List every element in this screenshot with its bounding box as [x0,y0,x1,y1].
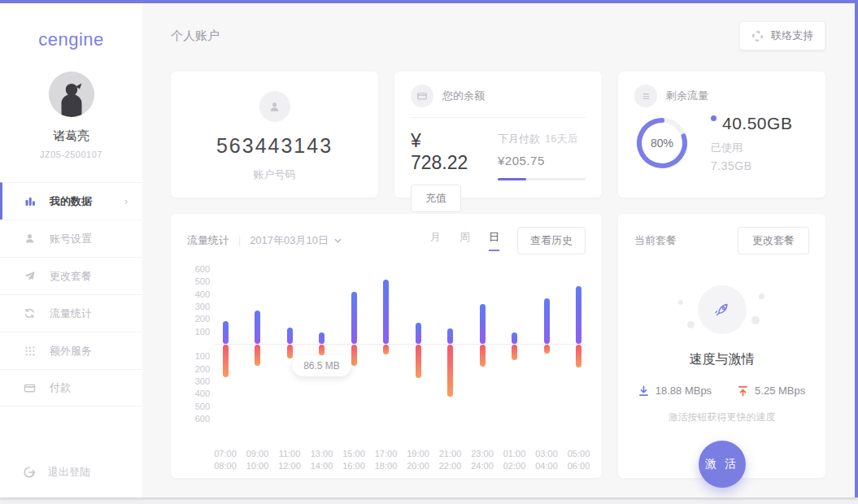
bar-down[interactable] [223,345,229,377]
bar-up[interactable] [223,321,229,344]
sidebar-item-流量统计[interactable]: 流量统计 [0,294,142,332]
bar-down[interactable] [512,345,517,360]
vertical-separator: | [238,235,241,246]
viewport: cengine 诸葛亮 JZ05-2500107 我的数据›账号设置更改套餐流量… [0,0,858,504]
data-remaining-card: 剩余流量 80% 40.5 [618,72,825,198]
plan-illustration [698,285,747,334]
support-label: 联络支持 [771,28,813,43]
app-window: cengine 诸葛亮 JZ05-2500107 我的数据›账号设置更改套餐流量… [0,0,858,497]
deco-dot [759,293,764,299]
bar-chart-plot: 60050040030020010010020030040050060086.5… [187,269,586,433]
view-history-button[interactable]: 查看历史 [517,227,586,254]
support-button[interactable]: 联络支持 [739,21,825,50]
bar-up[interactable] [416,323,421,344]
sidebar-item-label: 额外服务 [50,344,92,358]
x-axis-label: 23:00 24:00 [471,448,494,472]
recharge-button[interactable]: 充值 [411,185,461,212]
x-axis-label: 05:00 06:00 [568,448,590,472]
date-picker[interactable]: 2017年03月10日 [250,233,342,248]
chevron-down-icon [334,238,342,243]
next-payment-due: 16天后 [545,133,577,145]
person-photo-silhouette [49,72,94,117]
bar-up[interactable] [351,292,357,344]
x-axis-label: 17:00 18:00 [375,448,398,472]
deco-dot [687,321,695,328]
bar-up[interactable] [287,328,293,344]
bar-up[interactable] [480,304,486,344]
bar-down[interactable] [480,345,486,367]
y-tick-label: 600 [187,414,210,424]
chart-title: 流量统计 [187,233,229,248]
bar-down[interactable] [447,345,453,397]
upload-icon [738,385,748,397]
tab-日[interactable]: 日 [489,230,499,251]
account-number: 563443143 [216,134,333,158]
bar-up[interactable] [544,298,550,344]
plan-hint: 激活按钮获得更快的速度 [669,411,776,424]
bar-up[interactable] [576,286,581,344]
divider [411,117,586,118]
brand-logo: cengine [0,29,142,50]
y-tick-label: 100 [187,351,210,361]
balance-title: 您的余额 [442,89,485,103]
bar-up[interactable] [447,328,453,344]
balance-card-header: 您的余额 [411,85,586,107]
logout-button[interactable]: 退出登陆 [23,465,90,480]
bar-down[interactable] [319,345,324,355]
bar-down[interactable] [351,345,357,366]
rocket-icon [698,285,747,334]
data-remaining-value: 40.50GB [722,114,792,133]
sidebar-item-label: 我的数据 [50,194,92,209]
sidebar-item-更改套餐[interactable]: 更改套餐 [0,257,142,294]
download-value: 18.88 MBps [655,385,712,397]
sidebar-item-付款[interactable]: 付款 [0,369,142,406]
upload-speed: 5.25 MBps [738,385,805,397]
x-axis-label: 19:00 20:00 [407,448,429,472]
bar-down[interactable] [416,345,421,378]
deco-dot [751,316,760,324]
chart-tooltip: 86.5 MB [292,355,351,376]
x-axis-label: 11:00 12:00 [278,448,301,472]
tab-月[interactable]: 月 [430,230,441,251]
credit-card-icon [23,381,37,395]
avatar [49,72,94,117]
sidebar-item-额外服务[interactable]: 额外服务 [0,332,142,369]
bar-up[interactable] [255,311,260,344]
bar-down[interactable] [544,345,550,354]
bar-up[interactable] [383,280,389,344]
plan-body: 速度与激情 18.88 MBps [634,264,809,488]
bar-up[interactable] [319,332,324,344]
date-value: 2017年03月10日 [250,233,329,248]
usage-donut-chart: 80% [634,115,690,171]
account-card: 563443143 账户号码 [171,72,378,198]
bar-down[interactable] [576,345,581,367]
bar-chart-icon [23,194,37,208]
chart-header: 流量统计 | 2017年03月10日 月周日 查看历史 [187,227,586,254]
sidebar-item-我的数据[interactable]: 我的数据› [0,182,142,219]
y-tick-label: 300 [187,302,210,311]
tab-周[interactable]: 周 [459,230,470,251]
detail-cards-row: 流量统计 | 2017年03月10日 月周日 查看历史 600500400300… [171,214,825,478]
y-tick-label: 200 [187,314,210,324]
balance-card: 您的余额 ¥ 728.22 充值 下月付款16天后 ¥205.75 [394,72,602,198]
bar-up[interactable] [512,332,517,344]
sidebar: cengine 诸葛亮 JZ05-2500107 我的数据›账号设置更改套餐流量… [0,3,142,497]
sidebar-menu: 我的数据›账号设置更改套餐流量统计额外服务付款 [0,182,142,406]
data-used-label: 已使用 [711,141,792,155]
person-icon [259,91,290,122]
x-axis-labels: 07:00 08:0009:00 10:0011:00 12:0013:00 1… [187,448,586,474]
activate-button[interactable]: 激 活 [699,441,746,488]
x-axis-label: 15:00 16:00 [342,448,365,472]
change-plan-button[interactable]: 更改套餐 [738,227,809,254]
upload-value: 5.25 MBps [755,385,805,397]
y-tick-label: 200 [187,364,210,374]
bar-down[interactable] [383,345,389,354]
bar-down[interactable] [287,345,293,358]
plan-speeds: 18.88 MBps 5.25 MBps [638,385,806,397]
list-icon [634,85,657,107]
y-tick-label: 400 [187,289,210,299]
bar-down[interactable] [255,345,260,366]
summary-cards-row: 563443143 账户号码 您的余额 [171,72,825,198]
sidebar-item-账号设置[interactable]: 账号设置 [0,219,142,257]
main-header: 个人账户 联络支持 [171,23,825,49]
